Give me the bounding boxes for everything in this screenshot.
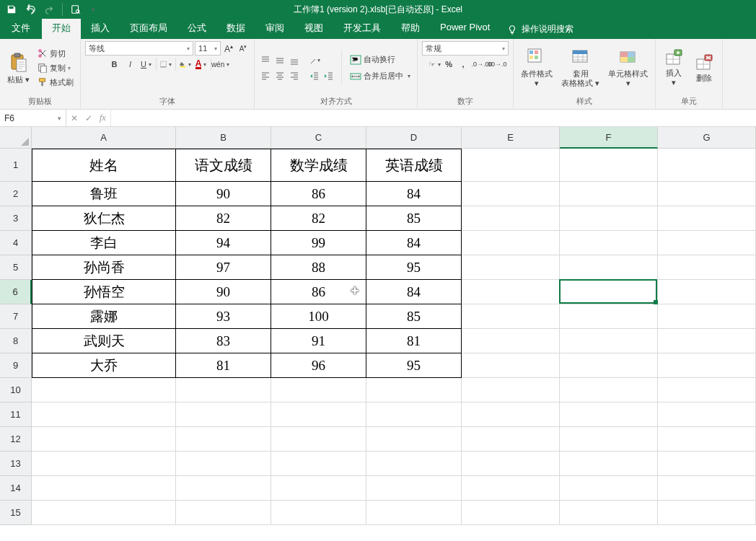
cell-F6[interactable] (560, 280, 658, 304)
cell-styles-button[interactable]: 单元格样式▾ (605, 46, 651, 89)
number-format-combo[interactable]: 常规▾ (422, 41, 509, 56)
row-header-15[interactable]: 15 (0, 501, 32, 525)
cell-F8[interactable] (560, 329, 658, 353)
font-color-button[interactable]: A (195, 58, 208, 71)
cell-F9[interactable] (560, 353, 658, 378)
cell-E4[interactable] (462, 231, 560, 255)
cell-E6[interactable] (462, 280, 560, 304)
underline-button[interactable]: U (140, 58, 153, 71)
cell-C4[interactable]: 99 (271, 231, 366, 255)
cell-A11[interactable] (32, 403, 176, 427)
cell-E10[interactable] (462, 378, 560, 403)
cell-D5[interactable]: 95 (366, 255, 462, 280)
cell-A9[interactable]: 大乔 (32, 353, 176, 378)
cell-B5[interactable]: 97 (176, 255, 271, 280)
cell-C10[interactable] (271, 378, 366, 403)
cell-E12[interactable] (462, 427, 560, 452)
increase-font-button[interactable]: A▴ (222, 42, 235, 55)
column-header-E[interactable]: E (462, 127, 560, 149)
cell-E2[interactable] (462, 182, 560, 206)
cell-A5[interactable]: 孙尚香 (32, 255, 176, 280)
tab-数据[interactable]: 数据 (216, 18, 255, 39)
cell-C15[interactable] (271, 501, 366, 525)
cell-F15[interactable] (560, 501, 658, 525)
font-name-combo[interactable]: 等线▾ (85, 41, 193, 56)
cell-D15[interactable] (366, 501, 462, 525)
cell-B4[interactable]: 94 (176, 231, 271, 255)
cell-E14[interactable] (462, 476, 560, 501)
cell-D7[interactable]: 85 (366, 304, 462, 329)
tab-Power Pivot[interactable]: Power Pivot (430, 18, 500, 39)
row-header-6[interactable]: 6 (0, 280, 32, 304)
qat-customize-dropdown[interactable] (87, 2, 96, 17)
cell-A8[interactable]: 武则天 (32, 329, 176, 353)
cell-B8[interactable]: 83 (176, 329, 271, 353)
column-header-F[interactable]: F (560, 127, 658, 149)
cell-E11[interactable] (462, 403, 560, 427)
tab-审阅[interactable]: 审阅 (255, 18, 294, 39)
cell-G7[interactable] (658, 304, 756, 329)
cell-F13[interactable] (560, 452, 658, 476)
cell-F4[interactable] (560, 231, 658, 255)
row-header-13[interactable]: 13 (0, 452, 32, 476)
cell-F11[interactable] (560, 403, 658, 427)
format-as-table-button[interactable]: 套用 表格格式 ▾ (558, 46, 602, 89)
cell-A3[interactable]: 狄仁杰 (32, 206, 176, 231)
font-size-combo[interactable]: 11▾ (195, 41, 221, 56)
column-header-C[interactable]: C (271, 127, 366, 149)
cell-C9[interactable]: 96 (271, 353, 366, 378)
cell-C2[interactable]: 86 (271, 182, 366, 206)
align-left-button[interactable] (259, 69, 272, 82)
italic-button[interactable]: I (124, 58, 137, 71)
decrease-decimal-button[interactable]: .00→.0 (490, 58, 503, 71)
cell-E1[interactable] (462, 149, 560, 182)
merge-center-button[interactable]: 合并后居中 (348, 69, 413, 84)
cell-B10[interactable] (176, 378, 271, 403)
cell-F14[interactable] (560, 476, 658, 501)
format-painter-button[interactable]: 格式刷 (35, 75, 76, 89)
cell-G9[interactable] (658, 353, 756, 378)
cell-D9[interactable]: 95 (366, 353, 462, 378)
cell-A7[interactable]: 露娜 (32, 304, 176, 329)
cell-F1[interactable] (560, 149, 658, 182)
cell-G4[interactable] (658, 231, 756, 255)
cell-G15[interactable] (658, 501, 756, 525)
cell-A14[interactable] (32, 476, 176, 501)
cell-C3[interactable]: 82 (271, 206, 366, 231)
cell-B13[interactable] (176, 452, 271, 476)
cell-G5[interactable] (658, 255, 756, 280)
cell-B11[interactable] (176, 403, 271, 427)
cell-E9[interactable] (462, 353, 560, 378)
cell-E15[interactable] (462, 501, 560, 525)
phonetic-guide-button[interactable]: wén (214, 58, 227, 71)
tab-公式[interactable]: 公式 (177, 18, 216, 39)
fill-color-button[interactable] (179, 58, 192, 71)
cell-D14[interactable] (366, 476, 462, 501)
cell-B12[interactable] (176, 427, 271, 452)
cell-D1[interactable]: 英语成绩 (366, 149, 462, 182)
cell-E13[interactable] (462, 452, 560, 476)
cell-A2[interactable]: 鲁班 (32, 182, 176, 206)
cell-C11[interactable] (271, 403, 366, 427)
cell-D4[interactable]: 84 (366, 231, 462, 255)
cell-F7[interactable] (560, 304, 658, 329)
name-box[interactable]: F6 ▾ (0, 110, 66, 126)
row-header-2[interactable]: 2 (0, 182, 32, 206)
align-middle-button[interactable] (273, 54, 286, 67)
cell-A6[interactable]: 孙悟空 (32, 280, 176, 304)
tab-页面布局[interactable]: 页面布局 (120, 18, 177, 39)
row-header-8[interactable]: 8 (0, 329, 32, 353)
align-center-button[interactable] (273, 69, 286, 82)
cell-E5[interactable] (462, 255, 560, 280)
tell-me-search[interactable]: 操作说明搜索 (500, 19, 581, 39)
cell-F10[interactable] (560, 378, 658, 403)
cell-C5[interactable]: 88 (271, 255, 366, 280)
cell-A4[interactable]: 李白 (32, 231, 176, 255)
row-header-14[interactable]: 14 (0, 476, 32, 501)
cell-G11[interactable] (658, 403, 756, 427)
cell-E8[interactable] (462, 329, 560, 353)
cell-D2[interactable]: 84 (366, 182, 462, 206)
formula-input[interactable] (111, 110, 756, 126)
cell-G8[interactable] (658, 329, 756, 353)
cell-C12[interactable] (271, 427, 366, 452)
